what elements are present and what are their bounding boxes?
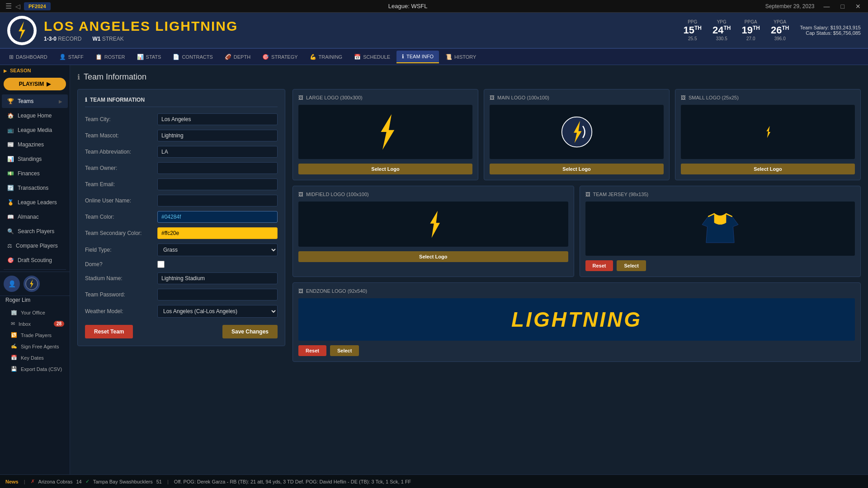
- sidebar: ▶ SEASON PLAY/SIM ▶ 🏆 Teams ▶ 🏠 League H…: [0, 65, 70, 474]
- small-logo-panel: 🖼 SMALL LOGO (25x25) Select Logo: [675, 89, 861, 180]
- sidebar-item-league-home[interactable]: 🏠 League Home: [2, 109, 68, 122]
- sidebar-sub-key-dates[interactable]: 📅 Key Dates: [0, 352, 70, 363]
- main-logo-icon: 🖼: [490, 95, 495, 100]
- sidebar-sub-export-data[interactable]: 💾 Export Data (CSV): [0, 363, 70, 375]
- back-icon[interactable]: ◁: [15, 3, 20, 10]
- user-avatar: 👤: [4, 276, 20, 292]
- away-team-indicator: ✗: [31, 479, 35, 484]
- league-leaders-icon: 🏅: [7, 199, 14, 206]
- sidebar-item-transactions[interactable]: 🔄 Transactions: [2, 181, 68, 195]
- email-input[interactable]: [157, 178, 278, 190]
- team-full-name: LOS ANGELES LIGHTNING: [44, 19, 238, 34]
- content-area: ℹ Team Information ℹ TEAM INFORMATION Te…: [70, 65, 868, 474]
- dome-checkbox[interactable]: [157, 261, 165, 268]
- key-dates-icon: 📅: [11, 355, 17, 361]
- sidebar-item-magazines[interactable]: 📰 Magazines: [2, 138, 68, 151]
- sidebar-item-almanac[interactable]: 📖 Almanac: [2, 210, 68, 224]
- city-input[interactable]: [157, 113, 278, 125]
- magazines-icon: 📰: [7, 141, 14, 148]
- midfield-logo-icon: 🖼: [298, 192, 303, 197]
- sidebar-divider: [4, 269, 66, 270]
- tab-history[interactable]: 📜HISTORY: [440, 51, 482, 63]
- page-title: ℹ Team Information: [77, 72, 861, 82]
- username-input[interactable]: [157, 195, 278, 206]
- small-logo-icon: 🖼: [681, 95, 686, 100]
- season-header: ▶ SEASON: [0, 65, 70, 76]
- main-area: ▶ SEASON PLAY/SIM ▶ 🏆 Teams ▶ 🏠 League H…: [0, 65, 868, 474]
- record-value: 1-3-0 RECORD: [44, 36, 81, 42]
- almanac-icon: 📖: [7, 214, 14, 220]
- midfield-logo-panel: 🖼 MIDFIELD LOGO (100x100) Select Logo: [292, 186, 574, 277]
- minimize-button[interactable]: —: [822, 3, 832, 10]
- tab-strategy[interactable]: 🎯STRATEGY: [257, 51, 303, 63]
- tab-stats[interactable]: 📊STATS: [132, 51, 167, 63]
- menu-icon[interactable]: ☰: [5, 2, 12, 10]
- dome-label: Dome?: [85, 261, 157, 267]
- export-data-icon: 💾: [11, 366, 17, 372]
- tab-training[interactable]: 💪TRAINING: [304, 51, 348, 63]
- endzone-select-button[interactable]: Select: [330, 345, 359, 356]
- sidebar-sub-trade-players[interactable]: 🔁 Trade Players: [0, 329, 70, 341]
- sidebar-item-search-players[interactable]: 🔍 Search Players: [2, 225, 68, 238]
- select-small-logo-button[interactable]: Select Logo: [681, 164, 855, 174]
- finances-icon: 💵: [7, 170, 14, 177]
- endzone-reset-button[interactable]: Reset: [298, 345, 326, 356]
- tab-dashboard[interactable]: ⊞DASHBOARD: [4, 51, 53, 63]
- sidebar-sub-your-office[interactable]: 🏢 Your Office: [0, 307, 70, 318]
- sidebar-item-finances[interactable]: 💵 Finances: [2, 167, 68, 180]
- jersey-select-button[interactable]: Select: [617, 260, 646, 271]
- tab-staff[interactable]: 👤STAFF: [54, 51, 89, 63]
- sidebar-sub-inbox[interactable]: ✉ Inbox 28: [0, 318, 70, 329]
- play-sim-button[interactable]: PLAY/SIM ▶: [4, 78, 66, 90]
- owner-input[interactable]: [157, 162, 278, 174]
- score-display: ✗ Arizona Cobras 14 ✓ Tampa Bay Swashbuc…: [31, 479, 162, 484]
- mascot-input[interactable]: [157, 130, 278, 141]
- tab-teaminfo[interactable]: ℹTEAM INFO: [396, 51, 439, 63]
- stadium-input[interactable]: [157, 272, 278, 284]
- reset-team-button[interactable]: Reset Team: [85, 325, 133, 338]
- tab-roster[interactable]: 📋ROSTER: [90, 51, 131, 63]
- standings-icon: 📊: [7, 156, 14, 162]
- sidebar-item-league-leaders[interactable]: 🏅 League Leaders: [2, 196, 68, 209]
- draft-scouting-icon: 🎯: [7, 257, 14, 263]
- color-label: Team Color:: [85, 214, 157, 220]
- weather-row: Weather Model: Los Angeles (Cal-Los Ange…: [85, 305, 278, 318]
- secondary-color-input[interactable]: [157, 227, 278, 239]
- small-logo-header: 🖼 SMALL LOGO (25x25): [681, 95, 855, 100]
- sidebar-item-compare-players[interactable]: ⚖ Compare Players: [2, 239, 68, 253]
- right-panel: 🖼 LARGE LOGO (300x300) Select Logo: [292, 89, 861, 367]
- jersey-display: [585, 202, 855, 256]
- search-players-icon: 🔍: [7, 228, 14, 235]
- owner-label: Team Owner:: [85, 165, 157, 171]
- sidebar-item-standings[interactable]: 📊 Standings: [2, 152, 68, 166]
- logo-row-mid: 🖼 MIDFIELD LOGO (100x100) Select Logo: [292, 186, 861, 277]
- password-input[interactable]: [157, 289, 278, 300]
- city-row: Team City:: [85, 113, 278, 125]
- sidebar-item-draft-scouting[interactable]: 🎯 Draft Scouting: [2, 253, 68, 267]
- endzone-header: 🖼 ENDZONE LOGO (92x540): [298, 288, 855, 294]
- your-office-icon: 🏢: [11, 310, 17, 315]
- select-midfield-logo-button[interactable]: Select Logo: [298, 251, 568, 262]
- home-score: 51: [156, 479, 162, 484]
- jersey-header: 🖼 TEAM JERSEY (98x135): [585, 192, 855, 197]
- maximize-button[interactable]: □: [839, 3, 846, 10]
- jersey-reset-button[interactable]: Reset: [585, 260, 613, 271]
- tab-contracts[interactable]: 📄CONTRACTS: [167, 51, 218, 63]
- abbr-input[interactable]: [157, 146, 278, 158]
- sidebar-sub-sign-free-agents[interactable]: ✍ Sign Free Agents: [0, 341, 70, 352]
- main-logo-header: 🖼 MAIN LOGO (100x100): [490, 95, 664, 100]
- field-type-select[interactable]: Grass Turf FieldTurf: [157, 244, 278, 256]
- select-main-logo-button[interactable]: Select Logo: [490, 164, 664, 174]
- color-input[interactable]: [157, 211, 278, 223]
- save-changes-button[interactable]: Save Changes: [222, 325, 278, 338]
- dome-row: Dome?: [85, 261, 278, 268]
- team-info-panel: ℹ TEAM INFORMATION Team City: Team Masco…: [77, 89, 285, 346]
- select-large-logo-button[interactable]: Select Logo: [298, 164, 472, 174]
- close-button[interactable]: ✕: [854, 3, 863, 10]
- weather-select[interactable]: Los Angeles (Cal-Los Angeles): [157, 305, 278, 318]
- tab-schedule[interactable]: 📅SCHEDULE: [349, 51, 396, 63]
- teams-icon: 🏆: [7, 98, 14, 104]
- sidebar-item-league-media[interactable]: 📺 League Media: [2, 123, 68, 137]
- sidebar-item-teams[interactable]: 🏆 Teams ▶: [2, 94, 68, 108]
- tab-depth[interactable]: 🏈DEPTH: [219, 51, 256, 63]
